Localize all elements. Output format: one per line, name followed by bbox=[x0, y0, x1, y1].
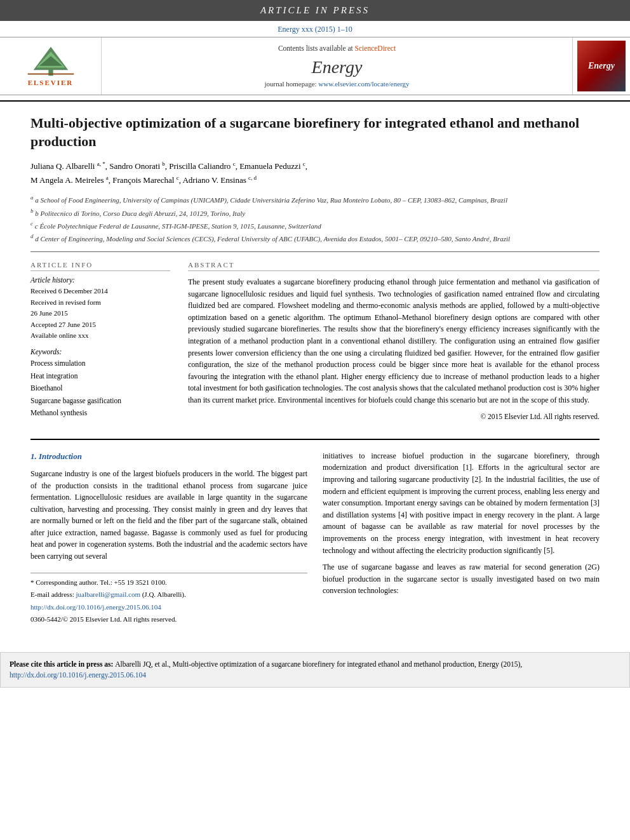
citation-bar: Please cite this article in press as: Al… bbox=[0, 652, 630, 688]
accepted-date: Accepted 27 June 2015 bbox=[30, 319, 170, 331]
affiliations: a a School of Food Engineering, Universi… bbox=[30, 194, 600, 244]
article-history-group: Article history: Received 6 December 201… bbox=[30, 276, 170, 342]
keyword-4: Sugarcane bagasse gasification bbox=[30, 395, 170, 408]
received-revised-label: Received in revised form bbox=[30, 297, 170, 309]
article-title: Multi-objective optimization of a sugarc… bbox=[30, 114, 600, 150]
two-col-body: 1. Introduction Sugarcane industry is on… bbox=[30, 450, 600, 627]
journal-header: Energy xxx (2015) 1–10 ELSEVIER Contents… bbox=[0, 21, 630, 102]
intro-para-1: Sugarcane industry is one of the largest… bbox=[30, 468, 307, 563]
revised-date: 26 June 2015 bbox=[30, 308, 170, 319]
email-link[interactable]: jualbarelli@gmail.com bbox=[76, 590, 140, 598]
article-info-col: Article info Article history: Received 6… bbox=[30, 261, 170, 426]
sciencedirect-link[interactable]: ScienceDirect bbox=[355, 44, 396, 52]
main-content: Multi-objective optimization of a sugarc… bbox=[0, 102, 630, 639]
journal-name: Energy bbox=[312, 57, 363, 77]
copyright-line: © 2015 Elsevier Ltd. All rights reserved… bbox=[188, 413, 600, 420]
footnote-area: * Corresponding author. Tel.: +55 19 352… bbox=[30, 573, 307, 625]
divider-1 bbox=[30, 251, 600, 252]
svg-rect-4 bbox=[27, 74, 74, 75]
doi-link[interactable]: http://dx.doi.org/10.1016/j.energy.2015.… bbox=[30, 603, 161, 611]
intro-para-3: The use of sugarcane bagasse and leaves … bbox=[323, 561, 600, 597]
elsevier-label: ELSEVIER bbox=[28, 79, 74, 86]
footnote-issn: 0360-5442/© 2015 Elsevier Ltd. All right… bbox=[30, 614, 307, 625]
citation-doi-link[interactable]: http://dx.doi.org/10.1016/j.energy.2015.… bbox=[10, 671, 146, 679]
received-date: Received 6 December 2014 bbox=[30, 286, 170, 297]
doi-line: Energy xxx (2015) 1–10 bbox=[0, 21, 630, 37]
keywords-label: Keywords: bbox=[30, 348, 170, 356]
abstract-col: Abstract The present study evaluates a s… bbox=[188, 261, 600, 426]
abstract-header: Abstract bbox=[188, 261, 600, 271]
footnote-email: E-mail address: jualbarelli@gmail.com (J… bbox=[30, 589, 307, 600]
keyword-3: Bioethanol bbox=[30, 382, 170, 395]
intro-para-2: initiatives to increase biofuel producti… bbox=[323, 450, 600, 556]
info-abstract-row: Article info Article history: Received 6… bbox=[30, 261, 600, 426]
journal-homepage: journal homepage: www.elsevier.com/locat… bbox=[264, 80, 409, 88]
article-in-press-banner: Article in Press bbox=[0, 0, 630, 21]
body-divider bbox=[30, 439, 600, 440]
affil-c: c c École Polytechnique Federal de Lausa… bbox=[30, 220, 600, 231]
available-online: Available online xxx bbox=[30, 330, 170, 342]
authors: Juliana Q. Albarelli a, *, Sandro Onorat… bbox=[30, 159, 600, 187]
body-right-col: initiatives to increase biofuel producti… bbox=[323, 450, 600, 627]
elsevier-tree-icon bbox=[25, 46, 76, 77]
keyword-1: Process simulation bbox=[30, 357, 170, 370]
contents-line: Contents lists available at ScienceDirec… bbox=[278, 44, 396, 52]
keywords-group: Keywords: Process simulation Heat integr… bbox=[30, 348, 170, 420]
keyword-2: Heat integration bbox=[30, 370, 170, 383]
affil-a: a a School of Food Engineering, Universi… bbox=[30, 194, 600, 205]
energy-cover-box: Energy bbox=[573, 37, 630, 95]
section-1-title: 1. Introduction bbox=[30, 450, 307, 463]
citation-text: Albarelli JQ, et al., Multi-objective op… bbox=[115, 660, 522, 668]
affil-b: b b Politecnico di Torino, Corso Duca de… bbox=[30, 207, 600, 218]
elsevier-logo-box: ELSEVIER bbox=[0, 37, 102, 95]
article-history-label: Article history: bbox=[30, 276, 170, 284]
affil-d: d d Center of Engineering, Modeling and … bbox=[30, 232, 600, 244]
footnote-corresponding: * Corresponding author. Tel.: +55 19 352… bbox=[30, 577, 307, 588]
energy-cover-image: Energy bbox=[577, 41, 626, 91]
footnote-doi: http://dx.doi.org/10.1016/j.energy.2015.… bbox=[30, 602, 307, 613]
abstract-text: The present study evaluates a sugarcane … bbox=[188, 276, 600, 406]
journal-top-row: ELSEVIER Contents lists available at Sci… bbox=[0, 37, 630, 95]
journal-center: Contents lists available at ScienceDirec… bbox=[102, 37, 573, 95]
keywords-list: Process simulation Heat integration Bioe… bbox=[30, 357, 170, 420]
article-info-header: Article info bbox=[30, 261, 170, 271]
keyword-5: Methanol synthesis bbox=[30, 407, 170, 420]
homepage-url[interactable]: www.elsevier.com/locate/energy bbox=[318, 80, 409, 88]
citation-label: Please cite this article in press as: bbox=[10, 660, 115, 668]
body-left-col: 1. Introduction Sugarcane industry is on… bbox=[30, 450, 307, 627]
